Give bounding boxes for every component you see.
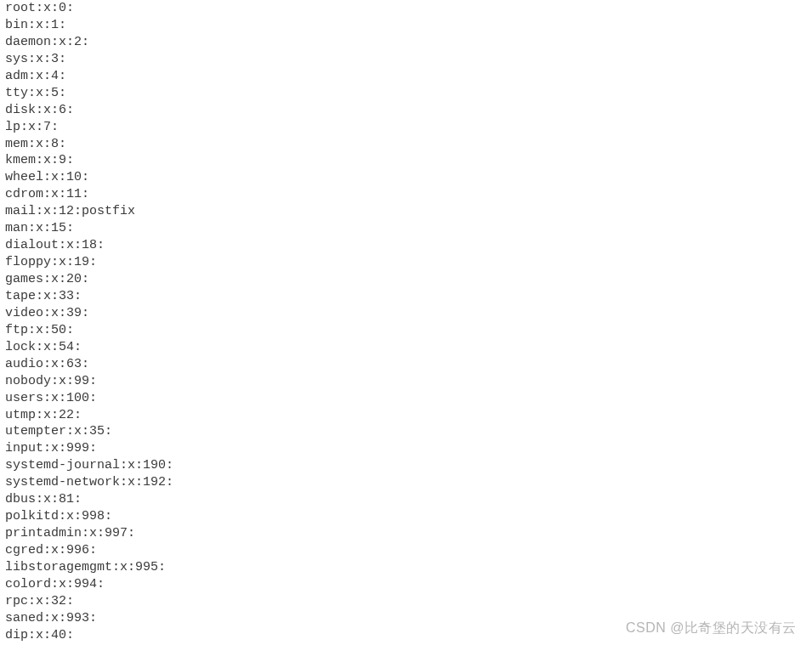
group-entry: dbus:x:81: bbox=[5, 491, 807, 508]
group-entry: utmp:x:22: bbox=[5, 407, 807, 424]
group-entry: floppy:x:19: bbox=[5, 254, 807, 271]
group-entry: dip:x:40: bbox=[5, 627, 807, 644]
group-entry: games:x:20: bbox=[5, 271, 807, 288]
group-entry: users:x:100: bbox=[5, 390, 807, 407]
group-entry: root:x:0: bbox=[5, 0, 807, 17]
group-entry: input:x:999: bbox=[5, 440, 807, 457]
group-entry: video:x:39: bbox=[5, 305, 807, 322]
group-entry: systemd-network:x:192: bbox=[5, 474, 807, 491]
group-entry: polkitd:x:998: bbox=[5, 508, 807, 525]
group-entry: nobody:x:99: bbox=[5, 373, 807, 390]
group-entry: libstoragemgmt:x:995: bbox=[5, 559, 807, 576]
group-entry: daemon:x:2: bbox=[5, 34, 807, 51]
group-entry: tape:x:33: bbox=[5, 288, 807, 305]
group-entry: sys:x:3: bbox=[5, 51, 807, 68]
group-entry: mem:x:8: bbox=[5, 136, 807, 153]
group-entry: cdrom:x:11: bbox=[5, 186, 807, 203]
group-entry: adm:x:4: bbox=[5, 68, 807, 85]
group-entry: cgred:x:996: bbox=[5, 542, 807, 559]
group-entry: ftp:x:50: bbox=[5, 322, 807, 339]
group-entry: colord:x:994: bbox=[5, 576, 807, 593]
group-entry: dialout:x:18: bbox=[5, 237, 807, 254]
etc-group-output: root:x:0:bin:x:1:daemon:x:2:sys:x:3:adm:… bbox=[5, 0, 807, 644]
group-entry: rpc:x:32: bbox=[5, 593, 807, 610]
group-entry: man:x:15: bbox=[5, 220, 807, 237]
group-entry: disk:x:6: bbox=[5, 102, 807, 119]
group-entry: saned:x:993: bbox=[5, 610, 807, 627]
group-entry: kmem:x:9: bbox=[5, 152, 807, 169]
group-entry: tty:x:5: bbox=[5, 85, 807, 102]
group-entry: printadmin:x:997: bbox=[5, 525, 807, 542]
group-entry: bin:x:1: bbox=[5, 17, 807, 34]
group-entry: mail:x:12:postfix bbox=[5, 203, 807, 220]
group-entry: audio:x:63: bbox=[5, 356, 807, 373]
group-entry: lock:x:54: bbox=[5, 339, 807, 356]
group-entry: wheel:x:10: bbox=[5, 169, 807, 186]
group-entry: lp:x:7: bbox=[5, 119, 807, 136]
group-entry: utempter:x:35: bbox=[5, 423, 807, 440]
group-entry: systemd-journal:x:190: bbox=[5, 457, 807, 474]
